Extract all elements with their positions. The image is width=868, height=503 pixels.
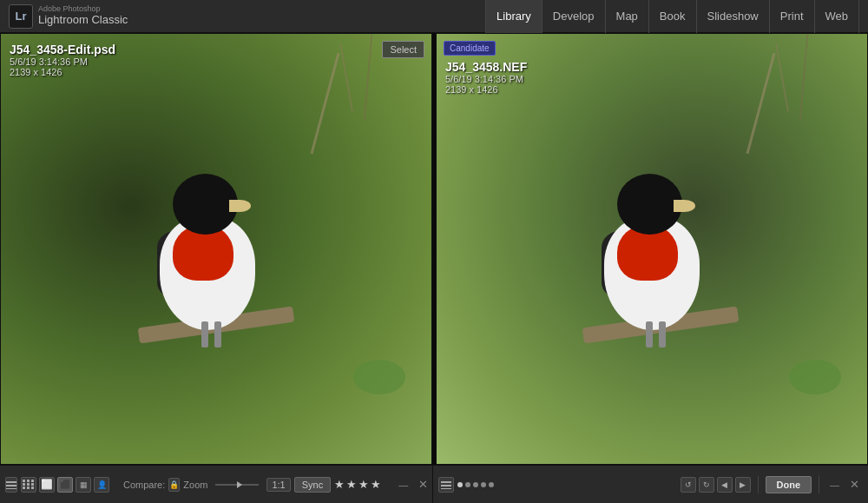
bottom-right-section: ↺ ↻ ◀ ▶ Done — ✕ xyxy=(433,466,868,504)
rotate-right-icon[interactable]: ↻ xyxy=(699,477,714,493)
candidate-badge: Candidate xyxy=(444,41,496,56)
bird-feet-left xyxy=(201,321,208,347)
filmstrip-toggle-icon[interactable] xyxy=(5,477,17,493)
bottom-toolbar: ⬜ ⬛ ▦ 👤 Compare: 🔒 Zoom 1:1 Sync ★ ★ ★ xyxy=(0,465,868,503)
people-view-icon[interactable]: 👤 xyxy=(94,477,109,493)
right-tools-group: ↺ ↻ ◀ ▶ xyxy=(681,477,751,493)
bird-feet-right xyxy=(659,321,666,347)
bird-beak xyxy=(229,200,251,212)
bird-illustration xyxy=(121,148,294,374)
rotate-left-icon[interactable]: ↺ xyxy=(681,477,696,493)
svg-rect-1 xyxy=(6,485,16,486)
sync-button[interactable]: Sync xyxy=(294,477,331,493)
top-bar: Lr Adobe Photoshop Lightroom Classic Lib… xyxy=(0,0,868,33)
nav-web[interactable]: Web xyxy=(815,0,860,33)
nav-print[interactable]: Print xyxy=(770,0,815,33)
svg-rect-5 xyxy=(441,481,451,483)
close-right-icon[interactable]: ✕ xyxy=(846,478,863,491)
bird-head xyxy=(173,174,238,235)
svg-rect-6 xyxy=(441,485,451,486)
minimize-right-icon[interactable]: — xyxy=(826,480,843,490)
done-button[interactable]: Done xyxy=(766,476,812,493)
nav-left-icon[interactable]: ◀ xyxy=(717,477,733,493)
left-photo-bg xyxy=(1,34,431,464)
close-left-icon[interactable]: ✕ xyxy=(415,478,431,491)
bird-beak xyxy=(674,200,695,212)
left-photo-info: J54_3458-Edit.psd 5/6/19 3:14:36 PM 2139… xyxy=(10,43,115,77)
twig-decoration xyxy=(339,43,353,111)
loupe-view-icon[interactable]: ⬜ xyxy=(39,477,55,493)
right-date: 5/6/19 3:14:36 PM xyxy=(445,74,527,84)
app-name-area: Adobe Photoshop Lightroom Classic xyxy=(38,5,128,27)
lr-logo-icon: Lr xyxy=(9,4,33,29)
separator xyxy=(819,476,819,493)
nav-menu: Library Develop Map Book Slideshow Print… xyxy=(485,0,859,33)
left-dimensions: 2139 x 1426 xyxy=(10,67,115,77)
main-content: J54_3458-Edit.psd 5/6/19 3:14:36 PM 2139… xyxy=(0,33,868,465)
twig-decoration xyxy=(799,34,808,121)
svg-rect-7 xyxy=(441,488,451,489)
left-photo-panel: J54_3458-Edit.psd 5/6/19 3:14:36 PM 2139… xyxy=(0,33,432,465)
right-photo-bg xyxy=(437,34,867,464)
left-date: 5/6/19 3:14:36 PM xyxy=(10,56,115,67)
svg-marker-4 xyxy=(237,481,242,488)
adobe-label: Adobe Photoshop xyxy=(38,5,128,13)
bird-head xyxy=(617,174,682,235)
bird-feet-left xyxy=(646,321,653,347)
grid-view-icon[interactable] xyxy=(21,477,36,493)
left-filename: J54_3458-Edit.psd xyxy=(10,43,115,56)
zoom-slider-area xyxy=(211,479,263,491)
nav-library[interactable]: Library xyxy=(485,0,542,33)
zoom-slider[interactable] xyxy=(211,479,263,491)
bird-feet-right xyxy=(214,321,221,347)
view-mode-group: ⬜ ⬛ ▦ 👤 xyxy=(21,477,109,493)
right-rating xyxy=(457,482,494,487)
bird-illustration xyxy=(565,148,739,374)
zoom-lock-icon[interactable]: 🔒 xyxy=(168,478,180,492)
logo-area: Lr Adobe Photoshop Lightroom Classic xyxy=(9,4,128,29)
right-filmstrip-toggle-icon[interactable] xyxy=(438,477,454,493)
app-name: Lightroom Classic xyxy=(38,13,128,27)
left-rating: ★ ★ ★ ★ xyxy=(334,478,381,491)
zoom-label: Zoom xyxy=(183,480,207,490)
survey-view-icon[interactable]: ▦ xyxy=(76,477,91,493)
svg-rect-0 xyxy=(6,481,16,483)
right-dimensions: 2139 x 1426 xyxy=(445,84,527,95)
nav-develop[interactable]: Develop xyxy=(542,0,606,33)
compare-view-icon[interactable]: ⬛ xyxy=(57,477,73,493)
twig-decoration xyxy=(363,34,372,121)
right-filename: J54_3458.NEF xyxy=(445,60,527,74)
leaf-decoration xyxy=(353,360,405,394)
compare-label: Compare: xyxy=(123,480,165,490)
right-photo-panel: Candidate J54_3458.NEF 5/6/19 3:14:36 PM… xyxy=(436,33,868,465)
nav-slideshow[interactable]: Slideshow xyxy=(697,0,770,33)
separator xyxy=(758,476,759,493)
minimize-left-icon[interactable]: — xyxy=(395,480,411,490)
leaf-decoration xyxy=(789,360,841,394)
select-button[interactable]: Select xyxy=(382,41,424,58)
nav-book[interactable]: Book xyxy=(649,0,697,33)
twig-decoration xyxy=(775,43,789,111)
nav-map[interactable]: Map xyxy=(606,0,649,33)
zoom-ratio-button[interactable]: 1:1 xyxy=(266,478,290,492)
right-photo-info: J54_3458.NEF 5/6/19 3:14:36 PM 2139 x 14… xyxy=(445,60,527,95)
bottom-left-section: ⬜ ⬛ ▦ 👤 Compare: 🔒 Zoom 1:1 Sync ★ ★ ★ xyxy=(0,466,433,504)
svg-rect-2 xyxy=(6,488,16,489)
twig-decoration xyxy=(746,53,776,155)
twig-decoration xyxy=(311,53,340,155)
nav-right-icon[interactable]: ▶ xyxy=(735,477,751,493)
